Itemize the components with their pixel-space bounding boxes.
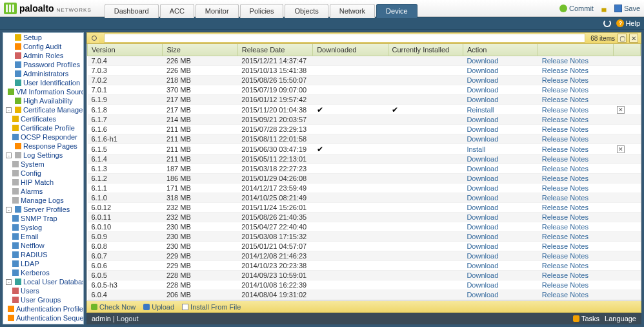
action-link[interactable]: Download — [467, 252, 498, 260]
lock-icon[interactable] — [600, 5, 608, 12]
tab-acc[interactable]: ACC — [160, 4, 194, 18]
release-notes-link[interactable]: Release Notes — [542, 262, 589, 269]
release-notes-link[interactable]: Release Notes — [542, 106, 589, 114]
table-row[interactable]: 6.1.6-h1211 MB2015/08/11 22:01:58Downloa… — [88, 134, 641, 144]
action-link[interactable]: Download — [467, 184, 498, 192]
table-row[interactable]: 6.0.4206 MB2014/08/04 19:31:02DownloadRe… — [88, 290, 641, 300]
sidebar-item-response-pages[interactable]: Response Pages — [3, 142, 83, 151]
table-row[interactable]: 6.1.4211 MB2015/05/11 22:13:01DownloadRe… — [88, 154, 641, 164]
action-link[interactable]: Download — [467, 204, 498, 211]
action-link[interactable]: Download — [467, 116, 498, 123]
commit-link[interactable]: Commit — [559, 5, 594, 12]
sidebar-item-password-profiles[interactable]: Password Profiles — [3, 60, 83, 69]
table-row[interactable]: 6.0.6229 MB2014/10/23 20:23:38DownloadRe… — [88, 261, 641, 271]
install-from-file-button[interactable]: Install From File — [182, 303, 241, 311]
sidebar-item-netflow[interactable]: Netflow — [3, 241, 83, 250]
tab-network[interactable]: Network — [330, 4, 375, 18]
search-icon[interactable] — [90, 34, 99, 43]
sidebar-item-setup[interactable]: Setup — [3, 33, 83, 42]
tree-toggle-icon[interactable]: - — [6, 153, 12, 158]
col-action[interactable]: Action — [463, 44, 538, 56]
action-link[interactable]: Download — [467, 125, 498, 133]
sidebar-item-hip-match[interactable]: HIP Match — [3, 178, 83, 187]
release-notes-link[interactable]: Release Notes — [542, 252, 589, 260]
release-notes-link[interactable]: Release Notes — [542, 194, 589, 202]
logout-link[interactable]: Logout — [117, 315, 139, 322]
release-notes-link[interactable]: Release Notes — [542, 204, 589, 211]
sidebar-item-admin-roles[interactable]: Admin Roles — [3, 51, 83, 60]
table-row[interactable]: 6.0.8230 MB2015/01/21 04:57:07DownloadRe… — [88, 242, 641, 251]
save-link[interactable]: Save — [614, 5, 640, 12]
sidebar-item-high-availability[interactable]: High Availability — [3, 96, 83, 105]
table-row[interactable]: 6.1.8217 MB2015/11/20 01:04:38✔✔Reinstal… — [88, 105, 641, 115]
tab-objects[interactable]: Objects — [285, 4, 328, 18]
tab-policies[interactable]: Policies — [240, 4, 284, 18]
table-row[interactable]: 7.0.3226 MB2015/10/13 15:41:38DownloadRe… — [88, 66, 641, 76]
sidebar-item-alarms[interactable]: Alarms — [3, 187, 83, 196]
sidebar-item-authentication-sequence[interactable]: Authentication Sequence — [3, 313, 83, 322]
table-row[interactable]: 6.0.10230 MB2015/04/27 22:40:40DownloadR… — [88, 222, 641, 232]
table-row[interactable]: 6.1.6211 MB2015/07/28 23:29:13DownloadRe… — [88, 125, 641, 134]
table-row[interactable]: 6.1.2186 MB2015/01/29 04:26:08DownloadRe… — [88, 174, 641, 184]
table-row[interactable]: 7.0.4226 MB2015/12/21 14:37:47DownloadRe… — [88, 56, 641, 66]
release-notes-link[interactable]: Release Notes — [542, 184, 589, 192]
sidebar-item-system[interactable]: System — [3, 160, 83, 169]
action-link[interactable]: Download — [467, 291, 498, 299]
table-row[interactable]: 6.0.11232 MB2015/08/26 21:40:35DownloadR… — [88, 213, 641, 222]
action-link[interactable]: Download — [467, 76, 498, 84]
table-row[interactable]: 6.0.5228 MB2014/09/23 10:59:01DownloadRe… — [88, 271, 641, 280]
action-link[interactable]: Download — [467, 57, 498, 65]
sidebar-item-manage-logs[interactable]: Manage Logs — [3, 196, 83, 205]
col-currently-installed[interactable]: Currently Installed — [388, 44, 463, 56]
sidebar-item-radius[interactable]: RADIUS — [3, 250, 83, 259]
tab-dashboard[interactable]: Dashboard — [105, 4, 159, 18]
col-downloaded[interactable]: Downloaded — [313, 44, 388, 56]
action-link[interactable]: Download — [467, 165, 498, 173]
release-notes-link[interactable]: Release Notes — [542, 116, 589, 123]
col-spacer[interactable] — [613, 44, 640, 56]
action-link[interactable]: Download — [467, 242, 498, 250]
sidebar-item-email[interactable]: Email — [3, 232, 83, 241]
tab-device[interactable]: Device — [376, 4, 418, 18]
sidebar-item-certificate-management[interactable]: -Certificate Management — [3, 105, 83, 114]
sidebar-item-users[interactable]: Users — [3, 286, 83, 295]
col-version[interactable]: Version — [88, 44, 163, 56]
release-notes-link[interactable]: Release Notes — [542, 223, 589, 231]
refresh-icon[interactable] — [603, 19, 611, 27]
software-table[interactable]: VersionSizeRelease DateDownloadedCurrent… — [86, 44, 641, 301]
sidebar-item-scheduled-log-export[interactable]: Scheduled Log Export — [3, 322, 83, 324]
table-row[interactable]: 7.0.2218 MB2015/08/26 15:50:07DownloadRe… — [88, 76, 641, 85]
table-row[interactable]: 6.0.12232 MB2015/11/24 15:26:01DownloadR… — [88, 203, 641, 213]
action-link[interactable]: Download — [467, 67, 498, 74]
release-notes-link[interactable]: Release Notes — [542, 86, 589, 94]
table-row[interactable]: 6.1.5211 MB2015/06/30 03:47:19✔InstallRe… — [88, 144, 641, 154]
sidebar-item-authentication-profile[interactable]: Authentication Profile — [3, 304, 83, 313]
col-spacer[interactable] — [538, 44, 613, 56]
close-button[interactable]: ✕ — [629, 34, 638, 43]
release-notes-link[interactable]: Release Notes — [542, 67, 589, 74]
table-row[interactable]: 6.0.7229 MB2014/12/08 21:46:23DownloadRe… — [88, 251, 641, 261]
action-link[interactable]: Download — [467, 155, 498, 163]
release-notes-link[interactable]: Release Notes — [542, 233, 589, 240]
table-row[interactable]: 6.0.5-h3228 MB2014/10/08 16:22:39Downloa… — [88, 280, 641, 290]
release-notes-link[interactable]: Release Notes — [542, 271, 589, 279]
action-link[interactable]: Download — [467, 262, 498, 269]
sidebar-item-log-settings[interactable]: -Log Settings — [3, 151, 83, 160]
action-link[interactable]: Download — [467, 213, 498, 221]
language-link[interactable]: Language — [605, 315, 636, 322]
release-notes-link[interactable]: Release Notes — [542, 96, 589, 103]
sidebar-item-user-identification[interactable]: User Identification — [3, 78, 83, 87]
sidebar-item-config[interactable]: Config — [3, 169, 83, 178]
sidebar-item-ldap[interactable]: LDAP — [3, 259, 83, 268]
table-row[interactable]: 6.1.3187 MB2015/03/18 22:27:23DownloadRe… — [88, 164, 641, 174]
release-notes-link[interactable]: Release Notes — [542, 165, 589, 173]
search-input[interactable] — [104, 34, 585, 43]
col-size[interactable]: Size — [163, 44, 237, 56]
tree-toggle-icon[interactable]: - — [6, 207, 12, 213]
release-notes-link[interactable]: Release Notes — [542, 76, 589, 84]
help-link[interactable]: ?Help — [616, 19, 640, 27]
action-link[interactable]: Install — [467, 145, 485, 153]
table-row[interactable]: 7.0.1370 MB2015/07/19 09:07:00DownloadRe… — [88, 85, 641, 95]
action-link[interactable]: Download — [467, 135, 498, 143]
tree-toggle-icon[interactable]: - — [6, 107, 12, 113]
